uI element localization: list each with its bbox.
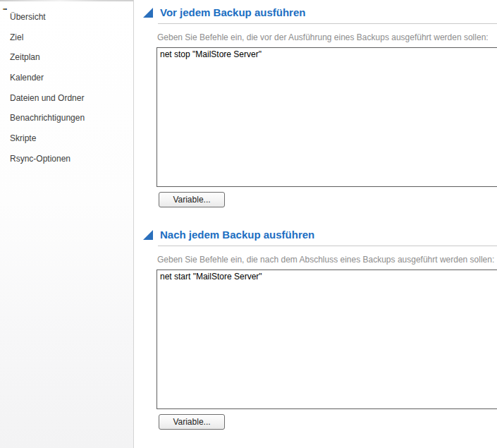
sidebar-item-uebersicht[interactable]: Übersicht	[0, 12, 133, 32]
after-backup-commands-input[interactable]: net start "MailStore Server"	[157, 270, 497, 409]
sidebar-item-ziel[interactable]: Ziel	[0, 32, 133, 53]
section-title: Nach jedem Backup ausführen	[160, 229, 314, 241]
section-after-backup: Nach jedem Backup ausführen Geben Sie Be…	[134, 222, 497, 430]
sidebar-item-benachrichtigungen[interactable]: Benachrichtigungen	[0, 113, 133, 133]
section-description: Geben Sie Befehle ein, die vor der Ausfü…	[157, 33, 497, 42]
variable-button[interactable]: Variable...	[159, 192, 225, 207]
sidebar-item-rsync-optionen[interactable]: Rsync-Optionen	[0, 154, 133, 174]
section-header: Vor jedem Backup ausführen	[143, 6, 497, 18]
sidebar-top-strip	[0, 0, 133, 1]
before-backup-commands-input[interactable]: net stop "MailStore Server"	[157, 47, 497, 187]
section-header: Nach jedem Backup ausführen	[143, 229, 497, 241]
section-before-backup: Vor jedem Backup ausführen Geben Sie Bef…	[134, 0, 497, 207]
mini-logo-artifact	[3, 8, 4, 10]
settings-window: Übersicht Ziel Zeitplan Kalender Dateien…	[0, 0, 497, 448]
variable-button[interactable]: Variable...	[159, 414, 225, 430]
sidebar-item-kalender[interactable]: Kalender	[0, 73, 133, 93]
sidebar: Übersicht Ziel Zeitplan Kalender Dateien…	[0, 0, 134, 448]
sidebar-item-zeitplan[interactable]: Zeitplan	[0, 52, 133, 73]
sidebar-item-dateien-und-ordner[interactable]: Dateien und Ordner	[0, 93, 133, 114]
collapse-triangle-icon[interactable]	[143, 8, 153, 18]
main-content: Vor jedem Backup ausführen Geben Sie Bef…	[134, 0, 497, 448]
collapse-triangle-icon[interactable]	[143, 230, 153, 240]
section-title: Vor jedem Backup ausführen	[160, 6, 305, 18]
header-divider	[158, 246, 497, 246]
header-divider	[158, 23, 497, 24]
sidebar-nav: Übersicht Ziel Zeitplan Kalender Dateien…	[0, 12, 133, 174]
section-description: Geben Sie Befehle ein, die nach dem Absc…	[157, 255, 497, 265]
sidebar-item-skripte[interactable]: Skripte	[0, 133, 133, 154]
